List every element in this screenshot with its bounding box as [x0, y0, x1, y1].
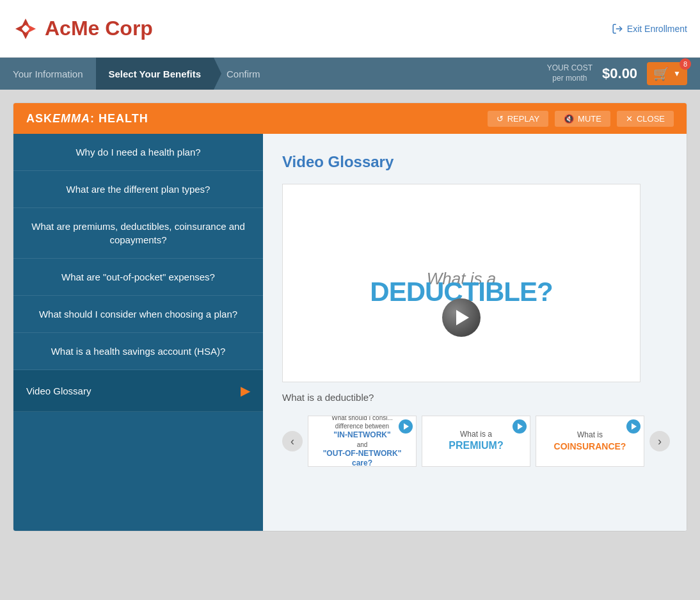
header-controls: ↺ REPLAY 🔇 MUTE ✕ CLOSE [488, 111, 674, 127]
cart-icon: 🛒 [653, 66, 669, 81]
exit-label: Exit Enrollment [627, 24, 687, 34]
mute-button[interactable]: 🔇 MUTE [555, 111, 610, 127]
ask-emma-name: EMMA [52, 112, 90, 125]
ask-emma-header: ASKEMMA: HEALTH ↺ REPLAY 🔇 MUTE ✕ CLOSE [13, 103, 687, 134]
thumb-card-network[interactable]: What should I consi... difference betwee… [308, 416, 417, 467]
thumb-play-network-icon [399, 419, 413, 434]
thumb-network-text: What should I consi... difference betwee… [314, 416, 411, 467]
cart-button[interactable]: 8 🛒 ▼ [647, 62, 687, 85]
step-your-information[interactable]: Your Information [0, 58, 96, 90]
video-player[interactable]: What is a DEDUCTIBLE? [282, 184, 640, 382]
main-content: ASKEMMA: HEALTH ↺ REPLAY 🔇 MUTE ✕ CLOSE [0, 90, 700, 544]
replay-icon: ↺ [497, 114, 504, 124]
header: AcMe Corp Exit Enrollment [0, 0, 700, 58]
ask-emma-colon: : [90, 112, 99, 125]
thumb-next-button[interactable]: › [649, 431, 670, 451]
sidebar-item-out-of-pocket[interactable]: What are "out-of-pocket" expenses? [13, 259, 263, 296]
sidebar-arrow-icon: ▶ [241, 382, 250, 400]
cart-badge: 8 [680, 58, 691, 70]
sidebar: Why do I need a health plan? What are th… [13, 134, 263, 531]
cart-dropdown-icon: ▼ [673, 69, 681, 78]
sidebar-item-plan-types[interactable]: What are the different plan types? [13, 171, 263, 208]
sidebar-item-video-glossary[interactable]: Video Glossary ▶ [13, 370, 263, 412]
replay-button[interactable]: ↺ REPLAY [488, 111, 548, 127]
thumb-card-coinsurance[interactable]: What is COINSURANCE? [536, 416, 644, 467]
step-select-benefits[interactable]: Select Your Benefits [96, 58, 214, 90]
thumb-play-coinsurance-icon [626, 419, 640, 434]
cost-amount: $0.00 [602, 65, 637, 82]
video-caption: What is a deductible? [282, 392, 670, 403]
thumb-play-premium-icon [513, 419, 527, 434]
play-button[interactable] [442, 298, 481, 337]
content-area: Video Glossary What is a DEDUCTIBLE? Wha… [263, 134, 687, 531]
sidebar-item-consider[interactable]: What should I consider when choosing a p… [13, 296, 263, 333]
cost-label: YOUR COST per month [547, 63, 593, 83]
ask-emma-subtitle: HEALTH [99, 112, 148, 125]
ask-emma-prefix: ASK [26, 112, 52, 125]
svg-marker-3 [26, 24, 36, 34]
logo-text: AcMe Corp [45, 17, 153, 40]
ask-emma-panel: ASKEMMA: HEALTH ↺ REPLAY 🔇 MUTE ✕ CLOSE [13, 102, 687, 531]
mute-icon: 🔇 [564, 114, 574, 124]
exit-icon [612, 23, 623, 35]
sidebar-item-premiums-deductibles[interactable]: What are premiums, deductibles, coinsura… [13, 208, 263, 259]
close-icon: ✕ [626, 114, 633, 124]
thumbnail-row: ‹ What should I consi... difference betw… [282, 416, 670, 467]
thumb-play-triangle-2 [518, 423, 523, 430]
nav-bar: Your Information Select Your Benefits Co… [0, 58, 700, 90]
thumb-prev-button[interactable]: ‹ [282, 431, 303, 451]
sidebar-item-why-health-plan[interactable]: Why do I need a health plan? [13, 134, 263, 171]
thumb-play-triangle-3 [632, 423, 637, 430]
cost-area: YOUR COST per month $0.00 8 🛒 ▼ [534, 58, 700, 90]
thumb-premium-text: What is a PREMIUM? [449, 430, 503, 453]
logo-icon [13, 16, 38, 42]
thumb-coinsurance-text: What is COINSURANCE? [554, 430, 626, 452]
exit-enrollment-link[interactable]: Exit Enrollment [612, 23, 687, 35]
logo-area: AcMe Corp [13, 16, 153, 42]
step-confirm[interactable]: Confirm [214, 58, 273, 90]
ask-emma-title: ASKEMMA: HEALTH [26, 112, 148, 126]
play-triangle-icon [456, 310, 469, 325]
nav-steps: Your Information Select Your Benefits Co… [0, 58, 534, 90]
sidebar-item-hsa[interactable]: What is a health savings account (HSA)? [13, 333, 263, 370]
thumb-card-premium[interactable]: What is a PREMIUM? [422, 416, 530, 467]
panel-body: Why do I need a health plan? What are th… [13, 134, 687, 531]
svg-marker-2 [15, 24, 26, 34]
video-glossary-title: Video Glossary [282, 153, 670, 171]
close-button[interactable]: ✕ CLOSE [617, 111, 674, 127]
thumb-play-triangle [404, 423, 409, 430]
